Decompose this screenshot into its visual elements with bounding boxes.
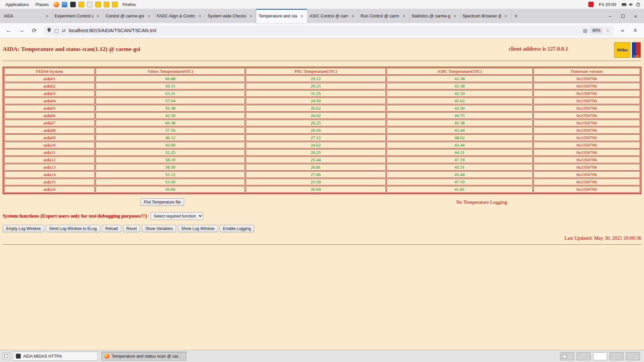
power-icon[interactable] xyxy=(636,2,641,7)
firefox-launcher-icon[interactable] xyxy=(53,2,59,7)
empty-log-window-button[interactable]: Empty Log Window xyxy=(3,225,44,232)
tab-statistics-carme-g[interactable]: Statistics @ carme-g…× xyxy=(409,9,460,23)
tab-close-icon[interactable]: × xyxy=(401,13,407,19)
cell-virtex: 56.38 xyxy=(96,105,245,112)
show-desktop-icon[interactable] xyxy=(3,353,10,360)
tab-label: Experiment Control @ c… xyxy=(55,14,93,18)
tab-control-carme-gsi[interactable]: Control @ carme-gsi× xyxy=(103,9,154,23)
shield-icon[interactable] xyxy=(47,27,51,34)
temperature-row-aida15: aida1553.5023.5047.190x3350706 xyxy=(4,179,640,185)
close-button[interactable]: × xyxy=(631,12,641,20)
fair-logo[interactable]: FAIR xyxy=(632,42,641,58)
overflow-menu-icon[interactable]: » xyxy=(617,25,628,36)
tab-temperature-and-stat[interactable]: Temperature and stat…× xyxy=(256,9,307,23)
enable-logging-button[interactable]: Enable Logging xyxy=(220,225,254,232)
back-button[interactable]: ← xyxy=(3,25,14,36)
tab-close-icon[interactable]: × xyxy=(299,13,305,19)
volume-icon[interactable] xyxy=(629,2,634,7)
cell-virtex: 52.25 xyxy=(96,149,245,156)
workspace-3[interactable] xyxy=(593,352,607,360)
midas-app-icon[interactable] xyxy=(104,2,109,7)
tab-close-icon[interactable]: × xyxy=(146,13,152,19)
reload-button[interactable]: ⟳ xyxy=(29,25,40,36)
cell-system: aida02 xyxy=(4,83,95,89)
terminal-app-icon[interactable] xyxy=(70,2,76,7)
url-text[interactable]: localhost:8015/AIDA/TSCAN/TSCAN.tml xyxy=(69,28,580,33)
workspace-2[interactable] xyxy=(577,352,591,360)
tab-strip: AIDA×Experiment Control @ c…×Control @ c… xyxy=(1,9,511,23)
forward-button[interactable]: → xyxy=(16,25,27,36)
tab-run-control-carme[interactable]: Run Control @ carme…× xyxy=(358,9,409,23)
logos: Midas FAIR xyxy=(614,42,641,58)
clock[interactable]: Fri 20:00 xyxy=(596,2,620,7)
tab-fadc-align-control[interactable]: FADC Align & Control …× xyxy=(154,9,205,23)
tab-close-icon[interactable]: × xyxy=(95,13,101,19)
tab-close-icon[interactable]: × xyxy=(44,13,50,19)
cell-system: aida14 xyxy=(4,171,95,178)
taskbar-item-temperature-and-status-scan-car[interactable]: Temperature and status scan @ car... xyxy=(101,352,186,361)
midas-app-icon[interactable] xyxy=(78,2,84,7)
reset-button[interactable]: Reset xyxy=(123,225,140,232)
tab-label: Spectrum Browser @ … xyxy=(463,14,501,18)
tab-close-icon[interactable]: × xyxy=(503,13,508,19)
plot-temperature-button[interactable]: Plot Temperature file xyxy=(141,198,184,206)
reader-mode-icon[interactable]: ▤ xyxy=(583,28,587,33)
new-tab-button[interactable]: + xyxy=(511,9,521,23)
files-app-icon[interactable] xyxy=(62,2,67,7)
cell-psu: 24.50 xyxy=(246,98,385,104)
tab-close-icon[interactable]: × xyxy=(350,13,356,19)
page-info-icon[interactable]: ▢ xyxy=(54,28,59,33)
address-bar[interactable]: ▢ ⇄ localhost:8015/AIDA/TSCAN/TSCAN.tml … xyxy=(44,25,613,36)
workspace-4[interactable] xyxy=(609,352,624,360)
midas-app-icon[interactable] xyxy=(112,2,118,7)
tab-system-wide-checks[interactable]: System wide Checks …× xyxy=(205,9,256,23)
maximize-button[interactable] xyxy=(618,12,628,20)
tab-experiment-control-c[interactable]: Experiment Control @ c…× xyxy=(52,9,103,23)
workspace-5[interactable] xyxy=(626,352,640,360)
taskbar-item-label: AIDA MIDAS HTTPd xyxy=(23,354,62,359)
system-function-select[interactable]: Select required function xyxy=(151,212,203,220)
temperature-row-aida16: aida1656.0626.6941.810x3350706 xyxy=(4,186,640,193)
active-app-name[interactable]: Firefox xyxy=(119,0,139,9)
cell-firmware: 0x3350706 xyxy=(533,179,640,185)
show-log-window-button[interactable]: Show Log Window xyxy=(178,225,218,232)
tab-spectrum-browser[interactable]: Spectrum Browser @ …× xyxy=(460,9,511,23)
hamburger-menu-icon[interactable]: ≡ xyxy=(630,25,641,36)
cell-system: aida11 xyxy=(4,149,95,156)
cell-firmware: 0x3350706 xyxy=(533,134,640,141)
tab-close-icon[interactable]: × xyxy=(248,13,254,19)
applications-menu[interactable]: Applications xyxy=(2,0,32,9)
cell-system: aida01 xyxy=(4,75,95,82)
permissions-icon[interactable]: ⇄ xyxy=(62,28,66,33)
tab-close-icon[interactable]: × xyxy=(452,13,458,19)
taskbar-item-aida-midas-httpd[interactable]: AIDA MIDAS HTTPd xyxy=(13,352,98,361)
cell-firmware: 0x3350706 xyxy=(533,171,640,178)
tab-asic-control-carm[interactable]: ASIC Control @ carm…× xyxy=(307,9,358,23)
zoom-level-badge[interactable]: 80% xyxy=(590,27,602,34)
send-log-window-to-elog-button[interactable]: Send Log Window to ELog xyxy=(46,225,100,232)
tab-label: ASIC Control @ carm… xyxy=(310,14,348,18)
cell-asic: 44.31 xyxy=(386,149,533,156)
tab-close-icon[interactable]: × xyxy=(197,13,203,19)
midas-logo[interactable]: Midas xyxy=(614,42,630,58)
midas-app-icon[interactable] xyxy=(95,2,101,7)
workspace-1[interactable] xyxy=(560,352,574,360)
cell-psu: 25.44 xyxy=(246,157,385,163)
minimize-button[interactable]: − xyxy=(605,12,615,20)
cell-asic: 47.19 xyxy=(386,179,533,185)
tab-aida[interactable]: AIDA× xyxy=(1,9,52,23)
show-variables-button[interactable]: Show Variables xyxy=(142,225,176,232)
keyboard-layout-icon[interactable] xyxy=(622,2,627,7)
cell-firmware: 0x3350706 xyxy=(533,120,640,126)
places-menu[interactable]: Places xyxy=(32,0,52,9)
cell-psu: 24.62 xyxy=(246,142,385,148)
cell-firmware: 0x3350706 xyxy=(533,105,640,112)
cell-firmware: 0x3350706 xyxy=(533,186,640,193)
cell-virtex: 53.50 xyxy=(96,179,245,185)
page-header: AIDA: Temperature and status scan(1.12) … xyxy=(3,38,641,53)
bookmark-star-icon[interactable]: ☆ xyxy=(605,28,610,33)
reload-button[interactable]: Reload xyxy=(102,225,121,232)
cell-psu: 26.25 xyxy=(246,120,385,126)
plot-button-cell: Plot Temperature file xyxy=(3,198,322,206)
screenshot-app-icon[interactable] xyxy=(87,2,93,7)
